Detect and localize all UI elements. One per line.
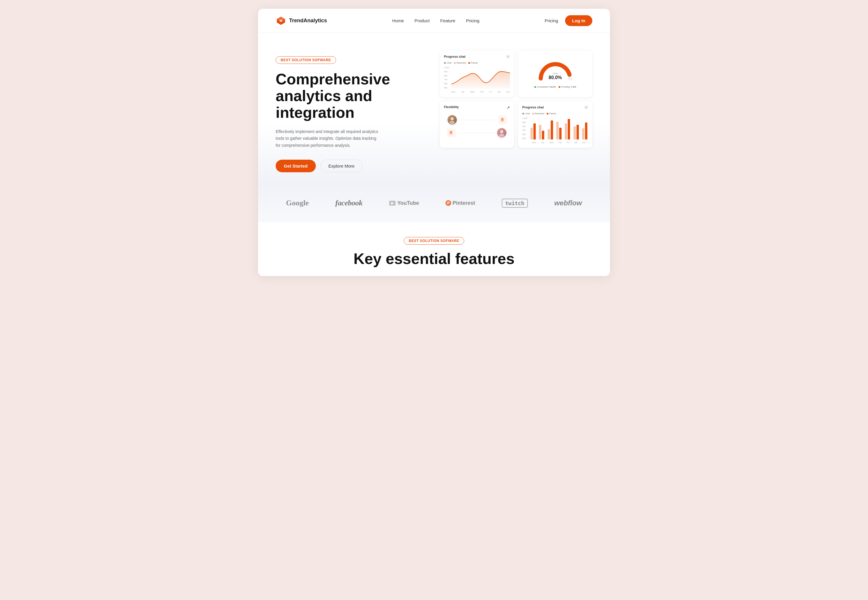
bar-5b xyxy=(568,119,570,139)
bottom-badge: BEST SOLUTION SOFWARE xyxy=(404,237,464,245)
flexibility-diagram xyxy=(444,112,510,141)
bar-group-4 xyxy=(556,122,562,139)
brand-name: TrendAnalytics xyxy=(289,18,327,24)
partner-youtube: ▶ YouTube xyxy=(389,200,419,206)
bar-chart-card: Progress chat ✕ Limit Reached Paired xyxy=(518,101,592,148)
hero-section: BEST SOLUTION SOFWARE Comprehensive anal… xyxy=(258,33,610,184)
get-started-button[interactable]: Get Started xyxy=(276,160,316,172)
hero-title: Comprehensive analytics and integration xyxy=(276,71,428,121)
flexibility-title: Flexibility xyxy=(444,105,459,109)
nav-pricing[interactable]: Pricing xyxy=(466,18,479,23)
svg-point-10 xyxy=(500,130,503,133)
bar-3a xyxy=(548,129,550,139)
bar-legend-paired: Paired xyxy=(547,112,556,115)
bar-1a xyxy=(531,128,533,139)
nav-product[interactable]: Product xyxy=(414,18,430,23)
pending-dot xyxy=(559,86,560,88)
svg-rect-8 xyxy=(450,132,452,133)
pinterest-icon: P xyxy=(445,200,451,206)
donut-footer: Completed 72.2% Pending 7.2% xyxy=(534,86,576,88)
bar-6a xyxy=(573,126,576,139)
bar-2a xyxy=(539,125,541,139)
bar-chart-legend: Limit Reached Paired xyxy=(522,112,588,115)
pending-value: 7.2% xyxy=(571,86,576,88)
bar-chart-title: Progress chat xyxy=(522,106,544,109)
bar-5a xyxy=(565,123,567,139)
bar-legend-limit: Limit xyxy=(522,112,530,115)
avatar-2 xyxy=(497,127,507,138)
legend-paired: Paired xyxy=(468,62,478,64)
youtube-icon: ▶ xyxy=(389,201,395,206)
dashed-line-1 xyxy=(459,120,497,120)
bar-x-labels: Mon Tue Wed Thu Fri Sat Sun xyxy=(530,141,588,144)
bar-6b xyxy=(576,125,579,139)
partner-google: Google xyxy=(286,198,309,208)
progress-chart-title: Progress chat xyxy=(444,55,465,58)
flexibility-header: Flexibility ↗ xyxy=(444,105,510,109)
flex-row-top xyxy=(444,115,510,125)
bar-legend-reached: Reached xyxy=(532,112,544,115)
partners-section: Google facebook ▶ YouTube P Pinterest tw… xyxy=(258,184,610,222)
bar-chart-header: Progress chat ✕ xyxy=(522,105,588,109)
completed-dot xyxy=(534,86,536,88)
brand-logo[interactable]: TrendAnalytics xyxy=(276,15,327,26)
bar-1b xyxy=(534,123,536,139)
bar-7b xyxy=(585,123,587,139)
bar-group-6 xyxy=(573,125,579,139)
avatar-1 xyxy=(447,115,458,125)
y-axis-labels: 1,000 900 800 700 600 500 xyxy=(444,67,449,89)
hero-description: Effectively implement and integrate all … xyxy=(276,128,381,149)
hero-badge: BEST SOLUTION SOFWARE xyxy=(276,56,336,64)
hero-cards: Progress chat ✕ Limit Reached Paired xyxy=(440,50,592,148)
task-percent: 80.0% xyxy=(549,75,562,80)
partner-pinterest: P Pinterest xyxy=(445,200,475,206)
svg-rect-7 xyxy=(450,132,452,132)
doc-icon-2 xyxy=(447,128,456,137)
nav-right-pricing[interactable]: Pricing xyxy=(544,18,558,23)
flex-row-bottom xyxy=(444,127,510,138)
line-chart-area: 1,000 900 800 700 600 500 xyxy=(444,67,510,93)
bar-2b xyxy=(542,131,544,139)
donut-label: Task 80.0% xyxy=(549,72,562,80)
explore-more-button[interactable]: Explore More xyxy=(321,160,362,172)
partner-webflow: webflow xyxy=(554,199,582,207)
card-header: Progress chat ✕ xyxy=(444,55,510,59)
hero-buttons: Get Started Explore More xyxy=(276,160,428,172)
nav-right: Pricing Log In xyxy=(544,15,592,26)
completed-label: Completed xyxy=(537,86,548,88)
bar-y-labels: 1,000 900 800 700 600 500 xyxy=(522,117,527,139)
nav-home[interactable]: Home xyxy=(392,18,404,23)
svg-point-0 xyxy=(451,117,454,120)
partner-twitch: twitch xyxy=(502,198,528,208)
legend-limit: Limit xyxy=(444,62,451,64)
page-wrapper: TrendAnalytics Home Product Feature Pric… xyxy=(258,9,610,276)
bar-3b xyxy=(551,120,553,139)
bottom-section: BEST SOLUTION SOFWARE Key essential feat… xyxy=(258,222,610,276)
logo-icon xyxy=(276,15,286,26)
svg-point-1 xyxy=(450,121,455,124)
hero-content: BEST SOLUTION SOFWARE Comprehensive anal… xyxy=(276,50,428,172)
nav-links: Home Product Feature Pricing xyxy=(392,18,479,23)
task-donut-card: Task 80.0% Completed 72.2% Pending 7.2% xyxy=(518,50,592,97)
line-chart-svg xyxy=(451,67,510,89)
bar-group-3 xyxy=(548,120,553,139)
doc-icon-1 xyxy=(498,115,507,124)
bars xyxy=(530,117,588,139)
arrow-icon: ↗ xyxy=(506,105,510,110)
task-label: Task xyxy=(549,72,562,75)
svg-rect-9 xyxy=(450,133,451,133)
svg-rect-4 xyxy=(502,120,503,120)
navbar: TrendAnalytics Home Product Feature Pric… xyxy=(258,9,610,33)
nav-feature[interactable]: Feature xyxy=(440,18,455,23)
dashed-line-2 xyxy=(458,133,495,133)
pending-label: Pending xyxy=(561,86,570,88)
completed-value: 72.2% xyxy=(549,86,556,88)
login-button[interactable]: Log In xyxy=(565,15,592,26)
bar-close-icon[interactable]: ✕ xyxy=(584,105,588,109)
bar-4a xyxy=(556,122,559,139)
close-icon[interactable]: ✕ xyxy=(506,55,510,59)
svg-point-11 xyxy=(499,134,505,137)
chart-legend: Limit Reached Paired xyxy=(444,62,510,64)
bar-group-7 xyxy=(582,123,587,139)
partner-facebook: facebook xyxy=(336,198,363,208)
